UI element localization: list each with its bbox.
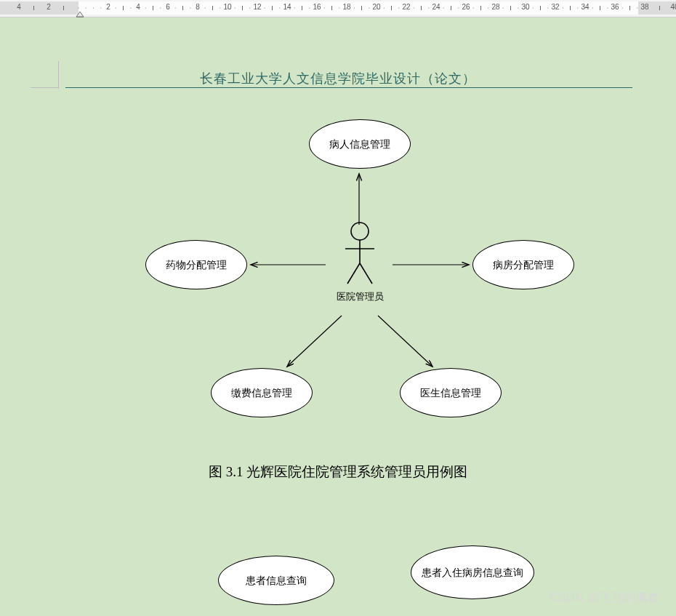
use-case-ward-allocation: 病房分配管理 — [472, 240, 574, 289]
svg-text:2: 2 — [47, 3, 51, 11]
page-header-title: 长春工业大学人文信息学院毕业设计（论文） — [0, 70, 676, 87]
svg-text:16: 16 — [313, 3, 321, 11]
svg-text:4: 4 — [17, 3, 21, 11]
use-case-patient-info: 病人信息管理 — [309, 119, 411, 169]
svg-marker-123 — [76, 12, 84, 17]
svg-text:30: 30 — [521, 3, 530, 11]
document-page: 长春工业大学人文信息学院毕业设计（论文） — [0, 17, 676, 616]
svg-text:38: 38 — [640, 3, 649, 11]
svg-text:20: 20 — [372, 3, 381, 11]
svg-text:4: 4 — [136, 3, 140, 11]
svg-line-129 — [378, 316, 432, 367]
use-case-drug-allocation: 药物分配管理 — [145, 240, 247, 289]
svg-text:8: 8 — [196, 3, 200, 11]
use-case-patient-query: 患者信息查询 — [218, 556, 334, 605]
svg-rect-0 — [0, 1, 79, 15]
svg-text:34: 34 — [581, 3, 590, 11]
header-underline — [65, 87, 632, 88]
svg-line-128 — [287, 316, 342, 367]
use-case-patient-ward-query: 患者入住病房信息查询 — [411, 545, 534, 599]
svg-text:12: 12 — [253, 3, 262, 11]
figure-caption: 图 3.1 光辉医院住院管理系统管理员用例图 — [0, 463, 676, 481]
svg-text:2: 2 — [106, 3, 110, 11]
svg-text:6: 6 — [166, 3, 170, 11]
svg-point-130 — [351, 223, 369, 240]
svg-line-133 — [347, 263, 360, 284]
svg-line-134 — [360, 263, 372, 284]
watermark: CSDN @飞翔的佩奇 — [550, 591, 660, 606]
svg-text:24: 24 — [432, 3, 440, 11]
use-case-diagram: 医院管理员 病人信息管理 药物分配管理 病房分配管理 缴费信息管理 医生信息管理 — [109, 112, 618, 432]
actor-icon — [342, 221, 378, 287]
svg-text:36: 36 — [611, 3, 619, 11]
svg-text:40: 40 — [670, 3, 676, 11]
svg-text:32: 32 — [551, 3, 560, 11]
first-line-indent-marker[interactable] — [76, 9, 84, 17]
svg-text:10: 10 — [223, 3, 232, 11]
actor-label: 医院管理员 — [331, 291, 389, 303]
svg-text:28: 28 — [491, 3, 500, 11]
svg-text:26: 26 — [462, 3, 470, 11]
svg-text:22: 22 — [402, 3, 411, 11]
use-case-doctor-info: 医生信息管理 — [400, 368, 502, 417]
horizontal-ruler: 42246810121416182022242628303234363840 — [0, 0, 676, 17]
svg-text:14: 14 — [283, 3, 291, 11]
use-case-payment-info: 缴费信息管理 — [211, 368, 313, 417]
svg-text:18: 18 — [342, 3, 351, 11]
